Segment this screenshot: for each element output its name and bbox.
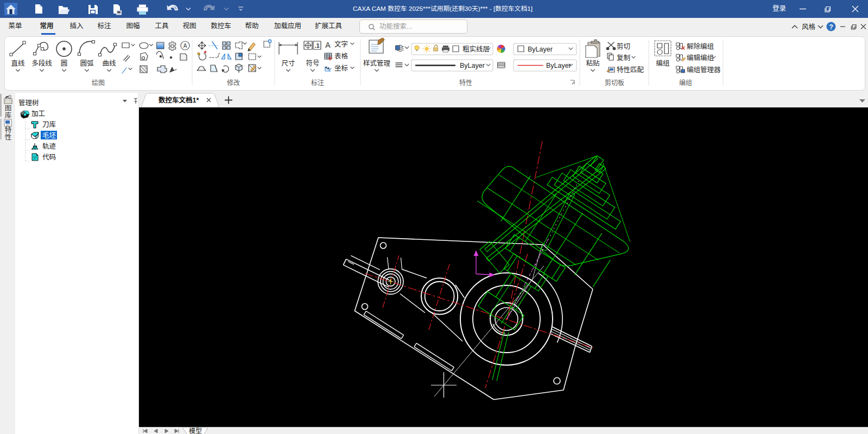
svg-text:表格: 表格: [334, 52, 349, 60]
svg-text:特性: 特性: [459, 79, 472, 87]
svg-text:标注: 标注: [311, 79, 324, 87]
svg-text:编组: 编组: [656, 59, 669, 67]
svg-text:复制: 复制: [617, 54, 630, 62]
svg-text:文字: 文字: [334, 40, 348, 48]
svg-text:ByLayer: ByLayer: [546, 62, 571, 69]
svg-text:ByLayer: ByLayer: [528, 46, 553, 53]
svg-text:?: ?: [829, 23, 833, 31]
svg-text:轨迹: 轨迹: [42, 143, 56, 150]
svg-text:尺寸: 尺寸: [281, 60, 295, 67]
svg-text:A: A: [325, 41, 331, 49]
svg-text:样式管理: 样式管理: [363, 59, 391, 67]
svg-text:ByLayer: ByLayer: [460, 62, 485, 69]
svg-text:坐标: 坐标: [334, 65, 348, 72]
svg-text:圆弧: 圆弧: [80, 60, 94, 67]
svg-text:数控车文档1*: 数控车文档1*: [158, 96, 199, 104]
svg-text:.1: .1: [314, 42, 319, 49]
svg-text:解除编组: 解除编组: [687, 42, 714, 50]
svg-text:毛坯: 毛坯: [42, 132, 56, 139]
svg-text:符号: 符号: [306, 59, 319, 67]
svg-text:编组管理器: 编组管理器: [687, 66, 721, 74]
svg-text:代码: 代码: [42, 154, 56, 161]
svg-text:风格: 风格: [802, 23, 816, 31]
svg-text:粗实线层: 粗实线层: [462, 45, 490, 53]
svg-text:加工: 加工: [31, 110, 45, 118]
svg-text:刀库: 刀库: [42, 120, 56, 129]
svg-text:剪切: 剪切: [617, 42, 630, 50]
svg-text:曲线: 曲线: [102, 60, 116, 67]
svg-text:直线: 直线: [11, 60, 25, 67]
svg-text:圆: 圆: [61, 60, 68, 67]
svg-text:特性匹配: 特性匹配: [617, 66, 644, 74]
svg-text:剪切板: 剪切板: [605, 79, 624, 87]
svg-text:修改: 修改: [227, 79, 240, 87]
svg-text:粘贴: 粘贴: [586, 59, 599, 67]
svg-text:绘图: 绘图: [92, 79, 105, 87]
svg-text:编组: 编组: [679, 79, 692, 87]
svg-text:多段线: 多段线: [31, 59, 52, 67]
svg-text:A: A: [183, 43, 187, 49]
svg-text:模型: 模型: [189, 427, 202, 434]
svg-text:编辑编组: 编辑编组: [687, 54, 714, 62]
